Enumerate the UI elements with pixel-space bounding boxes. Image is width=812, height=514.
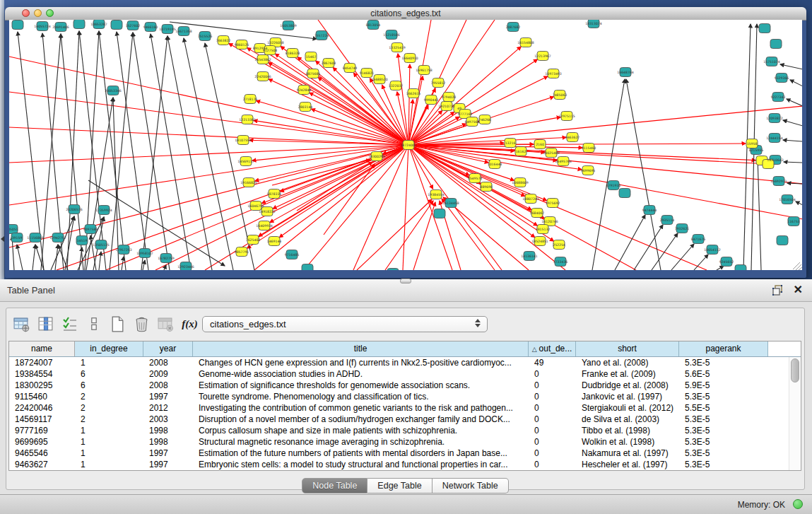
row-height-button[interactable] bbox=[84, 315, 103, 334]
graph-node-label: 7485063 bbox=[553, 93, 567, 97]
column-header-title[interactable]: title bbox=[193, 341, 529, 356]
column-header-indegree[interactable]: in_degree bbox=[75, 341, 143, 356]
graph-node-label: 10653287 bbox=[90, 23, 107, 26]
network-window-titlebar[interactable]: citations_edges.txt bbox=[5, 7, 806, 21]
table-body: 1872400712008Changes of HCN gene express… bbox=[9, 357, 801, 470]
show-column-button[interactable] bbox=[36, 315, 55, 334]
minimize-window-icon[interactable] bbox=[34, 9, 42, 17]
table-cell: Yano et al. (2008) bbox=[576, 357, 679, 368]
delete-table-icon bbox=[157, 315, 175, 333]
table-cell: 2 bbox=[75, 414, 143, 425]
graph-node-label: 14136141 bbox=[521, 255, 537, 258]
table-scrollbar-thumb[interactable] bbox=[791, 358, 799, 382]
table-row[interactable]: 977716911998Corpus callosum shape and si… bbox=[9, 425, 801, 436]
zoom-window-icon[interactable] bbox=[46, 9, 54, 17]
graph-node[interactable] bbox=[302, 264, 313, 271]
graph-node-label: 11156869 bbox=[27, 236, 43, 240]
table-row[interactable]: 2242004622012Investigating the contribut… bbox=[9, 402, 801, 414]
splitter-grip[interactable] bbox=[400, 279, 411, 284]
graph-node-label: 13325419 bbox=[389, 46, 405, 49]
table-cell: Structural magnetic resonance image aver… bbox=[193, 436, 529, 448]
function-builder-button[interactable]: f(x) bbox=[180, 315, 199, 334]
graph-node-label: 39159 bbox=[12, 236, 23, 240]
graph-node-label: 20206576 bbox=[66, 208, 82, 211]
table-row[interactable]: 1938455462009Genome-wide association stu… bbox=[9, 368, 801, 380]
graph-node[interactable] bbox=[434, 209, 445, 218]
table-panel-header[interactable]: Table Panel ✕ bbox=[0, 279, 812, 302]
delete-table-button-disabled[interactable] bbox=[156, 315, 175, 334]
column-header-year[interactable]: year bbox=[143, 341, 193, 356]
fx-icon: f(x) bbox=[182, 318, 198, 330]
table-cell: 9465546 bbox=[9, 448, 75, 459]
delete-column-button[interactable] bbox=[132, 315, 151, 334]
graph-node-label: 9227343 bbox=[771, 95, 786, 99]
graph-node-label: 12093872 bbox=[766, 117, 782, 120]
tab-network-table[interactable]: Network Table bbox=[433, 478, 509, 493]
graph-node[interactable] bbox=[759, 24, 770, 33]
graph-node-label: 7663822 bbox=[216, 39, 231, 42]
graph-node-label: 16648784 bbox=[617, 71, 633, 74]
desktop-area: citations_edges.txt 18724007183002951405… bbox=[0, 0, 812, 279]
table-row[interactable]: 1456911722003Disruption of a novel membe… bbox=[9, 414, 801, 425]
graph-node-label: 2718176 bbox=[243, 98, 258, 101]
table-cell: 6 bbox=[75, 380, 143, 391]
table-cell: 6 bbox=[75, 368, 143, 380]
graph-node-label: 9127508 bbox=[263, 49, 278, 52]
table-row[interactable]: 946362711997Embryonic stem cells: a mode… bbox=[9, 459, 801, 470]
network-table-select[interactable]: citations_edges.txt bbox=[202, 316, 488, 332]
table-cell: 5.3E-5 bbox=[679, 357, 768, 368]
graph-node-label: 18300295 bbox=[368, 155, 384, 158]
select-rows-button[interactable] bbox=[60, 315, 79, 334]
tab-edge-table[interactable]: Edge Table bbox=[367, 478, 432, 493]
column-header-outde[interactable]: △out_de... bbox=[529, 341, 576, 356]
graph-node-label: 8186328 bbox=[286, 52, 300, 55]
table-cell: 5.3E-5 bbox=[679, 459, 768, 470]
table-row[interactable]: 1830029562008Estimation of significance … bbox=[9, 380, 801, 391]
column-header-name[interactable]: name bbox=[9, 341, 75, 356]
graph-node[interactable] bbox=[777, 236, 788, 245]
graph-node-label: 22420046 bbox=[254, 75, 271, 78]
graph-node-label: 9990443 bbox=[424, 98, 439, 102]
close-window-icon[interactable] bbox=[22, 9, 30, 17]
network-window[interactable]: citations_edges.txt 18724007183002951405… bbox=[5, 7, 806, 278]
graph-node-label: 13216 bbox=[505, 141, 516, 145]
table-settings-button[interactable] bbox=[12, 315, 31, 334]
graph-node[interactable] bbox=[73, 20, 85, 29]
graph-node-label: 1662615 bbox=[406, 92, 421, 95]
column-header-short[interactable]: short bbox=[576, 341, 679, 356]
column-header-pagerank[interactable]: pagerank bbox=[679, 341, 768, 356]
graph-node[interactable] bbox=[770, 40, 782, 49]
table-scrollbar[interactable] bbox=[789, 357, 800, 470]
graph-node-label: 2803144 bbox=[298, 105, 313, 109]
graph-node-label: 12975115 bbox=[558, 115, 575, 118]
close-panel-icon[interactable]: ✕ bbox=[794, 283, 803, 296]
graph-node[interactable] bbox=[387, 269, 399, 271]
tab-node-table[interactable]: Node Table bbox=[302, 478, 367, 493]
table-row[interactable]: 946554611997Estimation of the future num… bbox=[9, 448, 801, 459]
table-row[interactable]: 911546021997Tourette syndrome. Phenomeno… bbox=[9, 391, 801, 402]
left-panel-splitter[interactable] bbox=[0, 0, 4, 279]
network-canvas[interactable]: 1872400718300295140557242069140610653287… bbox=[9, 20, 802, 270]
graph-node[interactable] bbox=[735, 265, 746, 271]
table-panel-body: f(x) citations_edges.txt namein_degreeye… bbox=[6, 308, 805, 490]
graph-node-label: 9777169 bbox=[458, 112, 473, 116]
table-row[interactable]: 1872400712008Changes of HCN gene express… bbox=[9, 357, 801, 368]
graph-node-label: 15218586 bbox=[383, 33, 399, 37]
graph-node-label: 5878335 bbox=[267, 192, 282, 196]
graph-node-label: 16162 bbox=[516, 150, 526, 153]
graph-node-label: 8813054 bbox=[366, 23, 381, 27]
graph-node[interactable] bbox=[619, 189, 630, 198]
graph-node[interactable] bbox=[12, 21, 23, 30]
table-cell: 0 bbox=[529, 402, 576, 414]
graph-node[interactable] bbox=[111, 21, 122, 30]
table-row[interactable]: 969969511998Structural magnetic resonanc… bbox=[9, 436, 801, 448]
network-svg: 1872400718300295140557242069140610653287… bbox=[9, 20, 802, 270]
table-cell: 1 bbox=[75, 357, 143, 368]
node-table[interactable]: namein_degreeyeartitle△out_de...shortpag… bbox=[8, 341, 801, 471]
new-column-button[interactable] bbox=[108, 315, 127, 334]
float-panel-icon[interactable] bbox=[772, 284, 784, 296]
graph-node-label: 14055724 bbox=[34, 25, 50, 28]
collapse-arrow-icon[interactable] bbox=[1, 236, 4, 242]
graph-node-label: 1527602 bbox=[126, 24, 141, 28]
table-cell: 1 bbox=[75, 448, 143, 459]
